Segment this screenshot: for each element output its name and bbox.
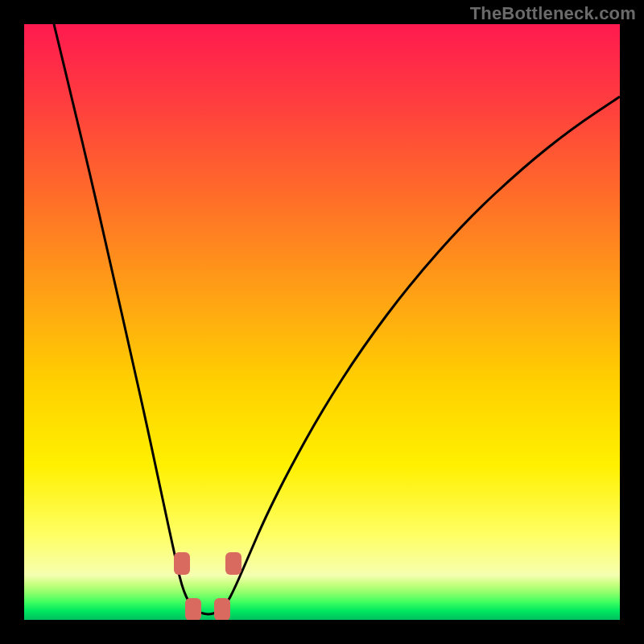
watermark-text: TheBottleneck.com [470,3,636,24]
marker-left-upper [174,552,190,575]
outer-frame: TheBottleneck.com [0,0,644,644]
chart-svg [24,24,620,620]
marker-left-lower [185,598,201,620]
marker-group [174,552,242,620]
plot-area [24,24,620,620]
marker-right-lower [214,598,230,620]
bottleneck-curve [54,24,620,614]
marker-right-upper [225,552,242,575]
